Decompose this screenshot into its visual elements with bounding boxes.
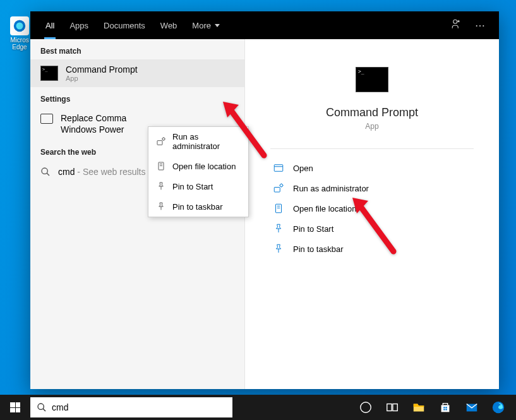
result-title: Command Prompt xyxy=(66,64,234,75)
start-search-panel: All Apps Documents Web More ⋯ Best match… xyxy=(30,11,499,389)
svg-rect-16 xyxy=(276,204,282,213)
context-label: Open file location xyxy=(172,162,236,171)
result-command-prompt[interactable]: Command Prompt App xyxy=(30,59,244,87)
context-run-admin[interactable]: Run as administrator xyxy=(148,127,248,156)
action-label: Open xyxy=(293,164,313,173)
action-label: Open file location xyxy=(293,204,356,213)
preview-title: Command Prompt xyxy=(326,106,418,119)
taskbar-search-box[interactable] xyxy=(30,397,232,417)
taskbar-store[interactable] xyxy=(433,395,458,420)
action-open-location[interactable]: Open file location xyxy=(270,198,474,219)
svg-point-2 xyxy=(453,20,457,23)
settings-item-label: Replace Comma Windows Power xyxy=(61,112,126,135)
svg-point-15 xyxy=(280,184,283,187)
taskbar-edge[interactable] xyxy=(486,395,511,420)
svg-rect-24 xyxy=(387,404,392,411)
rewards-icon[interactable] xyxy=(445,18,469,32)
pin-start-icon xyxy=(156,181,166,191)
svg-rect-25 xyxy=(393,404,397,411)
action-label: Run as administrator xyxy=(293,184,369,193)
taskbar-file-explorer[interactable] xyxy=(406,395,431,420)
preview-cmd-icon xyxy=(356,67,388,92)
desktop-icon-label: Micros Edge xyxy=(9,37,30,51)
pin-taskbar-icon xyxy=(156,201,166,212)
cmd-icon xyxy=(40,66,58,81)
section-best-match: Best match xyxy=(30,39,244,59)
result-subtitle: App xyxy=(66,75,234,82)
taskbar-mail[interactable] xyxy=(459,395,484,420)
svg-line-4 xyxy=(47,173,49,176)
preview-subtitle: App xyxy=(365,122,378,131)
action-open[interactable]: Open xyxy=(270,158,474,178)
more-options-icon[interactable]: ⋯ xyxy=(469,20,491,32)
folder-icon xyxy=(156,161,166,171)
context-menu: Run as administrator Open file location … xyxy=(148,126,249,217)
pin-start-icon xyxy=(273,223,284,234)
svg-rect-27 xyxy=(445,407,447,408)
tab-apps[interactable]: Apps xyxy=(62,11,96,39)
svg-rect-12 xyxy=(274,165,283,172)
action-label: Pin to Start xyxy=(293,224,333,234)
search-icon xyxy=(37,402,47,412)
svg-line-22 xyxy=(43,409,45,411)
action-pin-start[interactable]: Pin to Start xyxy=(270,219,474,239)
context-label: Pin to Start xyxy=(172,182,213,191)
action-pin-taskbar[interactable]: Pin to taskbar xyxy=(270,239,474,259)
monitor-icon xyxy=(40,114,53,124)
desktop-icon-edge[interactable]: Micros Edge xyxy=(9,16,30,51)
svg-rect-26 xyxy=(443,407,445,408)
admin-icon xyxy=(273,183,284,194)
search-icon xyxy=(40,167,51,177)
admin-icon xyxy=(156,136,166,147)
tab-documents[interactable]: Documents xyxy=(96,11,153,39)
taskbar xyxy=(0,395,516,420)
search-input[interactable] xyxy=(52,402,226,412)
taskbar-task-view[interactable] xyxy=(380,395,405,420)
tab-all[interactable]: All xyxy=(38,11,62,39)
taskbar-cortana[interactable] xyxy=(353,395,378,420)
section-settings: Settings xyxy=(30,87,244,107)
action-label: Pin to taskbar xyxy=(293,244,344,254)
context-pin-start[interactable]: Pin to Start xyxy=(148,176,248,196)
results-column: Best match Command Prompt App Settings R… xyxy=(30,39,245,389)
action-run-admin[interactable]: Run as administrator xyxy=(270,178,474,198)
context-label: Run as administrator xyxy=(172,132,241,151)
svg-rect-5 xyxy=(157,141,162,145)
svg-point-23 xyxy=(361,402,371,413)
context-open-location[interactable]: Open file location xyxy=(148,156,248,176)
svg-point-21 xyxy=(38,404,44,409)
svg-point-3 xyxy=(42,168,47,174)
svg-point-6 xyxy=(162,138,165,140)
preview-column: Command Prompt App Open Run as administr… xyxy=(245,39,499,389)
divider xyxy=(270,148,474,149)
svg-rect-29 xyxy=(445,409,447,410)
svg-rect-7 xyxy=(159,162,164,170)
context-pin-taskbar[interactable]: Pin to taskbar xyxy=(148,196,248,217)
search-tabs: All Apps Documents Web More ⋯ xyxy=(30,11,499,39)
context-label: Pin to taskbar xyxy=(172,202,223,212)
windows-logo-icon xyxy=(10,402,20,412)
tab-web[interactable]: Web xyxy=(153,11,185,39)
tab-more[interactable]: More xyxy=(184,11,227,39)
svg-point-1 xyxy=(16,23,23,30)
taskbar-icons xyxy=(353,395,516,420)
edge-icon xyxy=(10,16,29,35)
pin-taskbar-icon xyxy=(273,243,284,255)
folder-icon xyxy=(273,203,284,214)
open-icon xyxy=(273,162,284,174)
start-button[interactable] xyxy=(0,395,30,420)
svg-rect-14 xyxy=(274,188,280,193)
action-list: Open Run as administrator Open file loca… xyxy=(270,158,474,259)
svg-rect-28 xyxy=(443,409,445,410)
